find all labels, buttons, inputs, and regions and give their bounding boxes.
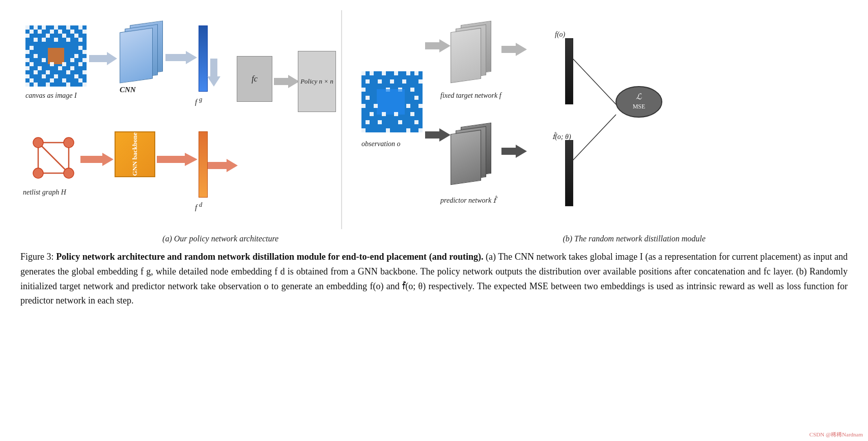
svg-line-113 bbox=[573, 59, 616, 104]
svg-marker-73 bbox=[274, 75, 299, 88]
fhat-bar bbox=[565, 140, 573, 206]
svg-rect-85 bbox=[418, 79, 423, 84]
svg-text:MSE: MSE bbox=[633, 103, 646, 110]
svg-rect-24 bbox=[78, 46, 82, 50]
svg-rect-101 bbox=[366, 120, 370, 124]
svg-rect-105 bbox=[361, 128, 366, 132]
svg-rect-81 bbox=[366, 79, 370, 84]
left-caption: (a) Our policy network architecture bbox=[162, 234, 278, 243]
arrow-fd-fc bbox=[206, 158, 238, 173]
svg-rect-55 bbox=[66, 82, 70, 87]
svg-rect-20 bbox=[66, 38, 70, 42]
svg-rect-38 bbox=[38, 66, 42, 70]
figure-bold: Policy network architecture and random n… bbox=[56, 252, 483, 262]
policy-block: Policy n × n bbox=[298, 51, 336, 112]
svg-text:ℒ: ℒ bbox=[636, 92, 642, 101]
svg-point-115 bbox=[616, 87, 662, 117]
svg-point-69 bbox=[64, 168, 74, 178]
divider bbox=[341, 10, 342, 229]
svg-rect-90 bbox=[377, 89, 405, 115]
svg-rect-18 bbox=[42, 38, 46, 42]
svg-rect-108 bbox=[418, 128, 423, 132]
svg-rect-35 bbox=[62, 62, 66, 66]
svg-point-68 bbox=[64, 137, 74, 148]
svg-marker-111 bbox=[501, 43, 527, 56]
svg-rect-39 bbox=[58, 66, 62, 70]
svg-line-114 bbox=[573, 115, 616, 160]
svg-rect-100 bbox=[410, 112, 414, 116]
arrow-obs-target bbox=[425, 38, 451, 53]
svg-rect-27 bbox=[34, 54, 38, 58]
svg-marker-58 bbox=[89, 52, 117, 65]
svg-marker-71 bbox=[80, 153, 114, 166]
svg-rect-77 bbox=[382, 71, 386, 75]
svg-rect-30 bbox=[42, 58, 46, 62]
arrow-fg-down bbox=[206, 59, 221, 87]
svg-marker-72 bbox=[157, 153, 198, 166]
target-label: fixed target network f bbox=[440, 92, 501, 100]
svg-rect-40 bbox=[70, 66, 74, 70]
canvas-image bbox=[25, 25, 87, 87]
loss-ellipse: ℒ MSE bbox=[613, 84, 664, 120]
svg-rect-98 bbox=[382, 112, 386, 116]
fd-label: f d bbox=[195, 201, 202, 212]
obs-image bbox=[361, 71, 423, 134]
left-diagram: canvas as image I bbox=[20, 10, 336, 229]
fg-label: f g bbox=[195, 96, 202, 106]
svg-rect-75 bbox=[361, 71, 366, 75]
figure-number: Figure 3: bbox=[20, 252, 54, 262]
arrow-target-fo bbox=[501, 42, 527, 57]
svg-rect-28 bbox=[74, 54, 78, 58]
svg-rect-78 bbox=[394, 71, 398, 75]
svg-rect-53 bbox=[34, 82, 38, 87]
svg-rect-6 bbox=[78, 25, 82, 30]
svg-rect-46 bbox=[42, 74, 46, 78]
svg-rect-25 bbox=[25, 50, 30, 54]
svg-point-70 bbox=[33, 168, 43, 178]
svg-rect-47 bbox=[54, 74, 58, 78]
svg-point-67 bbox=[33, 137, 43, 148]
svg-rect-82 bbox=[378, 79, 382, 84]
svg-rect-31 bbox=[70, 58, 74, 62]
fd-bar bbox=[199, 131, 208, 198]
svg-rect-79 bbox=[406, 71, 410, 75]
target-network bbox=[448, 20, 499, 87]
svg-rect-106 bbox=[386, 128, 390, 132]
svg-rect-49 bbox=[30, 78, 34, 82]
svg-rect-3 bbox=[42, 25, 46, 30]
arrow-cnn-fg bbox=[165, 50, 197, 65]
right-caption: (b) The random network distillation modu… bbox=[563, 234, 705, 243]
svg-rect-8 bbox=[38, 30, 42, 34]
svg-marker-109 bbox=[425, 39, 451, 52]
svg-rect-19 bbox=[54, 38, 58, 42]
svg-rect-14 bbox=[46, 34, 50, 38]
svg-rect-97 bbox=[370, 112, 374, 116]
svg-rect-16 bbox=[74, 34, 78, 38]
svg-rect-93 bbox=[361, 104, 366, 108]
svg-rect-29 bbox=[25, 58, 30, 62]
svg-marker-59 bbox=[165, 51, 197, 64]
svg-rect-23 bbox=[30, 46, 34, 50]
arrow-obs-pred bbox=[425, 127, 451, 143]
svg-rect-94 bbox=[374, 104, 378, 108]
caption-row: (a) Our policy network architecture (b) … bbox=[20, 234, 848, 243]
svg-rect-51 bbox=[62, 78, 66, 82]
arrow-gnn-fd bbox=[157, 152, 198, 167]
svg-rect-4 bbox=[54, 25, 58, 30]
svg-rect-57 bbox=[82, 82, 87, 87]
netlist-label: netlist graph H bbox=[23, 188, 66, 197]
arrow-canvas-cnn bbox=[89, 51, 117, 66]
svg-rect-37 bbox=[25, 66, 30, 70]
svg-rect-99 bbox=[394, 112, 398, 116]
gnn-block: GNN backbone bbox=[115, 131, 155, 177]
predictor-network bbox=[448, 122, 499, 188]
svg-rect-42 bbox=[46, 70, 50, 74]
svg-rect-84 bbox=[402, 79, 406, 84]
svg-rect-86 bbox=[361, 88, 366, 92]
fo-label: f(o) bbox=[555, 31, 565, 39]
svg-marker-61 bbox=[206, 159, 238, 172]
svg-rect-2 bbox=[34, 25, 38, 30]
svg-rect-43 bbox=[66, 70, 70, 74]
svg-rect-102 bbox=[378, 120, 382, 124]
svg-rect-95 bbox=[406, 104, 410, 108]
